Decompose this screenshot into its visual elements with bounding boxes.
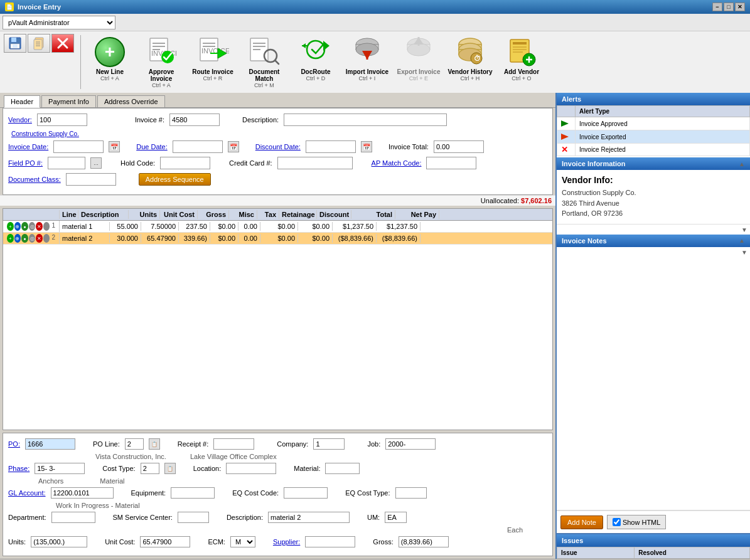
- vendor-input[interactable]: [37, 114, 87, 126]
- invoice-notes-header: Invoice Notes ▲: [557, 235, 750, 247]
- equipment-input[interactable]: [171, 487, 215, 499]
- gross-input[interactable]: [399, 536, 449, 547]
- phase-label[interactable]: Phase:: [8, 465, 29, 472]
- field-po-label[interactable]: Field PO #:: [8, 159, 43, 167]
- invoice-date-cal-button[interactable]: 📅: [109, 141, 120, 152]
- um-input[interactable]: [385, 512, 407, 523]
- minimize-button[interactable]: −: [712, 3, 722, 11]
- company-input[interactable]: [313, 438, 345, 450]
- alert-row-approved[interactable]: Invoice Approved: [557, 117, 750, 130]
- credit-card-input[interactable]: [277, 157, 353, 169]
- supplier-input[interactable]: [305, 536, 355, 547]
- unit-cost-input[interactable]: [140, 536, 190, 547]
- doc-class-label[interactable]: Document Class:: [8, 176, 61, 183]
- supplier-label[interactable]: Supplier:: [273, 538, 300, 546]
- due-date-input[interactable]: [173, 140, 223, 153]
- invoice-total-input[interactable]: [434, 140, 484, 153]
- department-input[interactable]: [51, 512, 95, 523]
- vendor-sub-text[interactable]: Construction Supply Co.: [11, 130, 79, 137]
- row-1-edit-icon[interactable]: ⊕: [14, 222, 21, 231]
- tab-header[interactable]: Header: [4, 95, 40, 108]
- row-2-view-icon[interactable]: ●: [21, 234, 28, 243]
- row-2-copy-icon[interactable]: ◎: [29, 234, 36, 243]
- tab-address-override[interactable]: Address Override: [97, 95, 165, 107]
- units-input[interactable]: [31, 536, 87, 547]
- gl-account-input[interactable]: [51, 487, 114, 499]
- field-po-input[interactable]: [48, 157, 85, 169]
- po-line-input[interactable]: [125, 438, 144, 450]
- po-input[interactable]: [25, 438, 75, 450]
- invoice-date-input[interactable]: [53, 140, 104, 153]
- cost-type-btn[interactable]: 📋: [164, 463, 176, 474]
- invoice-info-scroll-up[interactable]: ▲: [739, 161, 745, 167]
- tab-payment-info[interactable]: Payment Info: [41, 95, 96, 107]
- description-bottom-input[interactable]: [268, 512, 350, 523]
- field-po-btn[interactable]: …: [90, 157, 102, 169]
- row-2-add-icon[interactable]: +: [7, 234, 14, 243]
- po-label[interactable]: PO:: [8, 440, 20, 448]
- grid-row-2[interactable]: + ⊕ ● ◎ ✕ 2 material 2 30.000 65.47900 3…: [3, 233, 552, 245]
- notes-scroll-down[interactable]: ▼: [741, 249, 747, 256]
- discount-date-input[interactable]: [306, 140, 356, 153]
- new-line-button[interactable]: + New Line Ctrl + A: [85, 34, 135, 83]
- row-1-copy-icon[interactable]: ◎: [29, 222, 36, 231]
- row-1-delete-icon[interactable]: ✕: [36, 222, 43, 231]
- discount-date-cal-button[interactable]: 📅: [361, 141, 372, 152]
- vendor-history-button[interactable]: ⏱ Vendor History Ctrl + H: [445, 34, 495, 83]
- alert-row-rejected[interactable]: ✕ Invoice Rejected: [557, 144, 750, 156]
- due-date-cal-button[interactable]: 📅: [228, 141, 239, 152]
- address-seq-button[interactable]: Address Sequence: [139, 173, 211, 186]
- discount-date-label[interactable]: Discount Date:: [255, 143, 301, 151]
- copy-button[interactable]: [28, 34, 50, 53]
- save-button[interactable]: [4, 34, 26, 53]
- po-line-btn[interactable]: 📋: [149, 438, 160, 450]
- row-1-add-icon[interactable]: +: [7, 222, 14, 231]
- vendor-label[interactable]: Vendor:: [8, 116, 32, 124]
- invoice-date-label[interactable]: Invoice Date:: [8, 143, 48, 151]
- grid-row-1-icons: + ⊕ ● ◎ ✕ 1: [3, 221, 60, 232]
- alert-row-exported[interactable]: Invoice Exported: [557, 130, 750, 144]
- invoice-num-input[interactable]: [169, 114, 220, 126]
- export-invoice-button[interactable]: Export Invoice Ctrl + E: [394, 34, 444, 83]
- add-note-button[interactable]: Add Note: [560, 515, 603, 529]
- phase-input[interactable]: [35, 463, 85, 474]
- hold-code-input[interactable]: [160, 157, 210, 169]
- row-1-view-icon[interactable]: ●: [21, 222, 28, 231]
- row-2-edit-icon[interactable]: ⊕: [14, 234, 21, 243]
- invoice-info-scroll-down[interactable]: ▼: [741, 226, 747, 233]
- ap-match-label[interactable]: AP Match Code:: [372, 159, 422, 167]
- show-html-button[interactable]: Show HTML: [607, 515, 667, 529]
- approve-invoice-button[interactable]: INVOICE Approve Invoice Ctrl + A: [136, 34, 186, 90]
- doc-class-input[interactable]: [66, 173, 116, 186]
- docroute-button[interactable]: DocRoute Ctrl + D: [291, 34, 341, 83]
- route-invoice-button[interactable]: INVOICE Route Invoice Ctrl + R: [188, 34, 238, 83]
- description-input[interactable]: [284, 114, 447, 126]
- cost-type-input[interactable]: [141, 463, 159, 474]
- due-date-label[interactable]: Due Date:: [136, 143, 168, 151]
- show-html-checkbox[interactable]: [613, 518, 621, 526]
- row-2-delete-icon[interactable]: ✕: [36, 234, 43, 243]
- material-input[interactable]: [325, 463, 360, 474]
- ecm-select[interactable]: M: [230, 536, 255, 547]
- receipt-input[interactable]: [213, 438, 254, 450]
- grid-row-2-ucost: 65.47900: [141, 234, 179, 243]
- add-vendor-button[interactable]: Add Vendor Ctrl + O: [496, 34, 547, 83]
- import-invoice-button[interactable]: Import Invoice Ctrl + I: [342, 34, 392, 83]
- close-button[interactable]: ✕: [735, 3, 745, 11]
- user-dropdown[interactable]: pVault Administrator: [3, 16, 115, 29]
- svg-text:⏱: ⏱: [474, 55, 481, 62]
- invoice-notes-scroll-up[interactable]: ▲: [739, 237, 745, 244]
- grid-row-1[interactable]: + ⊕ ● ◎ ✕ 1 material 1 55.000 7.50000 23…: [3, 221, 552, 233]
- maximize-button[interactable]: □: [724, 3, 734, 11]
- location-input[interactable]: [226, 463, 276, 474]
- ap-match-input[interactable]: [426, 157, 476, 169]
- grid-row-1-ret: $0.00: [260, 222, 298, 231]
- grid-col-tax: Tax: [257, 210, 279, 219]
- job-input[interactable]: [385, 438, 436, 450]
- eq-cost-code-input[interactable]: [284, 487, 328, 499]
- gl-account-label[interactable]: GL Account:: [8, 489, 46, 497]
- document-match-button[interactable]: Document Match Ctrl + M: [239, 34, 289, 90]
- eq-cost-type-input[interactable]: [395, 487, 427, 499]
- sm-service-input[interactable]: [178, 512, 209, 523]
- delete-button[interactable]: [51, 34, 74, 53]
